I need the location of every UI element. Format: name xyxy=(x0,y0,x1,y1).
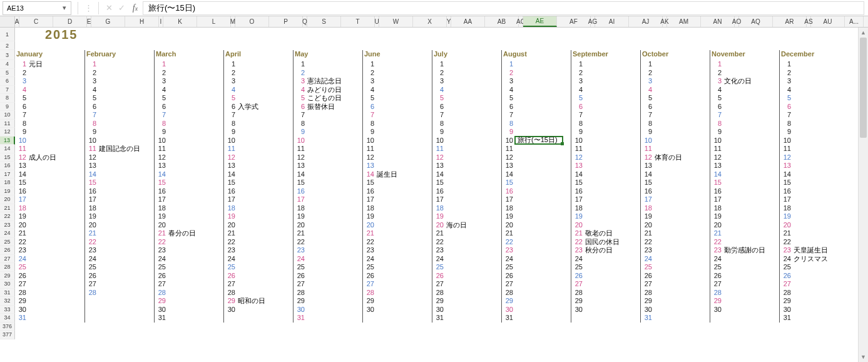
day-event[interactable] xyxy=(516,77,571,86)
day-number[interactable]: 24 xyxy=(294,255,307,264)
day-number[interactable]: 24 xyxy=(432,255,446,264)
day-number[interactable]: 12 xyxy=(224,153,238,162)
day-number[interactable]: 14 xyxy=(85,170,99,179)
dots-icon[interactable]: ⋮ xyxy=(82,3,94,13)
day-number[interactable] xyxy=(85,297,99,306)
day-number[interactable]: 1 xyxy=(641,60,655,69)
day-event[interactable] xyxy=(29,195,84,204)
day-number[interactable]: 31 xyxy=(780,314,794,323)
day-number[interactable]: 27 xyxy=(294,280,307,289)
day-number[interactable]: 29 xyxy=(432,297,446,306)
day-event[interactable] xyxy=(238,195,293,204)
day-number[interactable]: 8 xyxy=(15,120,29,128)
day-event[interactable] xyxy=(99,187,154,196)
day-event[interactable] xyxy=(99,86,154,95)
day-event[interactable] xyxy=(446,246,501,255)
day-number[interactable]: 7 xyxy=(294,111,307,120)
day-event[interactable] xyxy=(446,204,501,213)
day-number[interactable]: 19 xyxy=(15,212,29,221)
day-number[interactable] xyxy=(363,314,377,323)
day-number[interactable]: 24 xyxy=(710,255,724,264)
day-number[interactable]: 17 xyxy=(780,195,794,204)
day-number[interactable]: 20 xyxy=(432,221,446,230)
day-event[interactable] xyxy=(516,212,571,221)
day-event[interactable] xyxy=(585,69,640,78)
col-header-C[interactable]: C xyxy=(19,16,53,27)
day-number[interactable] xyxy=(571,314,585,323)
day-event[interactable] xyxy=(377,229,432,238)
day-number[interactable]: 30 xyxy=(432,306,446,314)
day-event[interactable] xyxy=(585,103,640,111)
day-event[interactable] xyxy=(794,221,849,230)
row-header[interactable]: 33 xyxy=(0,306,15,314)
day-event[interactable] xyxy=(446,255,501,264)
day-event[interactable] xyxy=(99,60,154,69)
day-event[interactable] xyxy=(29,204,84,213)
row-header[interactable]: 25 xyxy=(0,238,15,247)
day-number[interactable]: 6 xyxy=(432,103,446,111)
day-event[interactable] xyxy=(655,77,710,86)
day-number[interactable]: 5 xyxy=(502,94,516,103)
day-number[interactable]: 1 xyxy=(224,60,238,69)
day-number[interactable]: 27 xyxy=(155,280,168,289)
day-number[interactable]: 17 xyxy=(363,195,377,204)
day-number[interactable]: 15 xyxy=(224,178,238,187)
day-event[interactable] xyxy=(99,170,154,179)
day-event[interactable] xyxy=(585,170,640,179)
day-number[interactable]: 9 xyxy=(432,128,446,137)
day-number[interactable]: 18 xyxy=(502,204,516,213)
day-event[interactable] xyxy=(585,272,640,281)
day-event[interactable] xyxy=(794,195,849,204)
day-number[interactable]: 30 xyxy=(502,306,516,314)
day-event[interactable] xyxy=(655,145,710,153)
day-event[interactable] xyxy=(238,272,293,281)
day-number[interactable]: 26 xyxy=(224,272,238,281)
day-number[interactable]: 20 xyxy=(502,221,516,230)
day-event[interactable] xyxy=(585,120,640,128)
day-event[interactable]: 建国記念の日 xyxy=(99,145,154,153)
day-number[interactable]: 13 xyxy=(432,162,446,170)
day-number[interactable]: 22 xyxy=(224,238,238,247)
col-header-L[interactable]: L xyxy=(197,16,231,27)
col-header-M[interactable]: M xyxy=(231,16,235,27)
day-number[interactable]: 9 xyxy=(571,128,585,137)
day-number[interactable]: 6 xyxy=(502,103,516,111)
day-event[interactable] xyxy=(168,272,223,281)
day-event[interactable] xyxy=(377,153,432,162)
day-event[interactable] xyxy=(238,137,293,145)
day-event[interactable] xyxy=(794,238,849,247)
day-event[interactable] xyxy=(655,60,710,69)
day-event[interactable] xyxy=(446,120,501,128)
day-event[interactable] xyxy=(307,178,362,187)
day-event[interactable] xyxy=(724,229,779,238)
day-event[interactable]: クリスマス xyxy=(794,255,849,264)
day-number[interactable]: 23 xyxy=(363,246,377,255)
row-header[interactable]: 13 xyxy=(0,137,15,145)
day-event[interactable] xyxy=(168,86,223,95)
day-number[interactable]: 3 xyxy=(15,77,29,86)
day-number[interactable]: 18 xyxy=(641,204,655,213)
day-event[interactable] xyxy=(446,178,501,187)
row-header[interactable]: 9 xyxy=(0,103,15,111)
col-header-P[interactable]: P xyxy=(269,16,303,27)
col-header-AC[interactable]: AC xyxy=(519,16,523,27)
day-event[interactable] xyxy=(377,221,432,230)
row-header[interactable]: 16 xyxy=(0,162,15,170)
day-event[interactable] xyxy=(238,170,293,179)
day-number[interactable]: 4 xyxy=(780,86,794,95)
day-event[interactable] xyxy=(29,221,84,230)
row-header[interactable]: 377 xyxy=(0,331,15,339)
day-event[interactable] xyxy=(585,153,640,162)
day-number[interactable]: 17 xyxy=(432,195,446,204)
day-event[interactable] xyxy=(794,280,849,289)
day-number[interactable]: 26 xyxy=(15,272,29,281)
day-event[interactable] xyxy=(655,238,710,247)
day-number[interactable]: 14 xyxy=(502,170,516,179)
day-event[interactable] xyxy=(724,212,779,221)
col-header-AJ[interactable]: AJ xyxy=(629,16,663,27)
day-number[interactable]: 3 xyxy=(502,77,516,86)
day-number[interactable]: 27 xyxy=(85,280,99,289)
day-event[interactable] xyxy=(99,94,154,103)
day-event[interactable] xyxy=(724,204,779,213)
day-number[interactable]: 16 xyxy=(15,187,29,196)
